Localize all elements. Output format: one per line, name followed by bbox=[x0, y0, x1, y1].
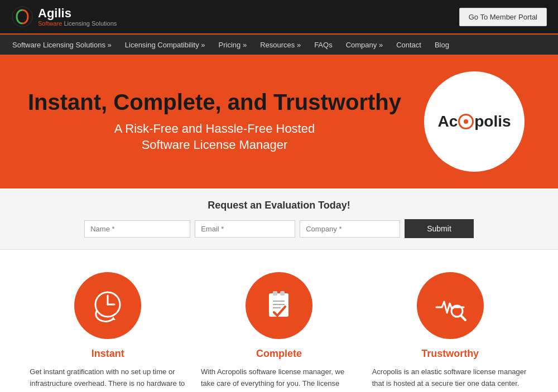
instant-icon-wrap bbox=[74, 272, 141, 339]
trustworthy-icon bbox=[432, 288, 468, 324]
feature-complete: Complete With Acropolis software license… bbox=[201, 272, 357, 392]
svg-line-12 bbox=[461, 316, 465, 320]
complete-title: Complete bbox=[201, 348, 357, 360]
svg-rect-6 bbox=[273, 291, 277, 296]
logo-area: Agilis Software Licensing Solutions bbox=[11, 6, 117, 28]
acropolis-logo: Ac polis bbox=[437, 113, 511, 130]
member-portal-button[interactable]: Go To Member Portal bbox=[459, 8, 547, 26]
nav-item-company[interactable]: Company » bbox=[339, 34, 389, 55]
agilis-logo-icon bbox=[11, 6, 33, 28]
logo-text: Agilis Software Licensing Solutions bbox=[38, 7, 117, 27]
email-input[interactable] bbox=[195, 220, 295, 238]
hero-text: Instant, Complete, and Trustworthy A Ris… bbox=[28, 90, 401, 153]
nav-item-blog[interactable]: Blog bbox=[428, 34, 456, 55]
company-input[interactable] bbox=[300, 220, 400, 238]
hero-banner: Instant, Complete, and Trustworthy A Ris… bbox=[0, 55, 558, 188]
submit-button[interactable]: Submit bbox=[405, 219, 474, 238]
main-nav: Software Licensing Solutions » Licensing… bbox=[0, 33, 558, 55]
instant-icon bbox=[90, 288, 126, 324]
nav-item-software-licensing[interactable]: Software Licensing Solutions » bbox=[6, 34, 118, 55]
hero-logo-circle: Ac polis bbox=[424, 71, 525, 172]
nav-item-licensing-compat[interactable]: Licensing Compatibility » bbox=[118, 34, 212, 55]
logo-title: Agilis bbox=[38, 7, 117, 20]
hero-headline: Instant, Complete, and Trustworthy bbox=[28, 90, 401, 114]
instant-title: Instant bbox=[30, 348, 186, 360]
eval-section: Request an Evaluation Today! Submit bbox=[0, 188, 558, 250]
svg-marker-4 bbox=[111, 317, 116, 320]
feature-trustworthy: Trustworthy Acropolis is an elastic soft… bbox=[372, 272, 528, 392]
features-section: Instant Get instant gratification with n… bbox=[0, 250, 558, 392]
logo-subtitle: Software Licensing Solutions bbox=[38, 20, 117, 27]
complete-icon-wrap bbox=[246, 272, 312, 339]
logo-software: Software bbox=[38, 20, 62, 27]
instant-desc: Get instant gratification with no set up… bbox=[30, 366, 186, 392]
trustworthy-icon-wrap bbox=[417, 272, 484, 339]
eval-form: Submit bbox=[11, 219, 547, 238]
svg-rect-7 bbox=[280, 291, 285, 296]
trustworthy-desc: Acropolis is an elastic software license… bbox=[372, 366, 528, 392]
complete-desc: With Acropolis software license manager,… bbox=[201, 366, 357, 392]
nav-item-faqs[interactable]: FAQs bbox=[307, 34, 339, 55]
nav-item-pricing[interactable]: Pricing » bbox=[212, 34, 254, 55]
feature-instant: Instant Get instant gratification with n… bbox=[30, 272, 186, 392]
trustworthy-title: Trustworthy bbox=[372, 348, 528, 360]
hero-subheadline: A Risk-Free and Hassle-Free HostedSoftwa… bbox=[28, 121, 401, 153]
eval-title: Request an Evaluation Today! bbox=[11, 200, 547, 211]
nav-item-contact[interactable]: Contact bbox=[389, 34, 428, 55]
complete-icon bbox=[261, 288, 297, 324]
name-input[interactable] bbox=[84, 220, 190, 238]
top-header: Agilis Software Licensing Solutions Go T… bbox=[0, 0, 558, 33]
nav-item-resources[interactable]: Resources » bbox=[253, 34, 307, 55]
